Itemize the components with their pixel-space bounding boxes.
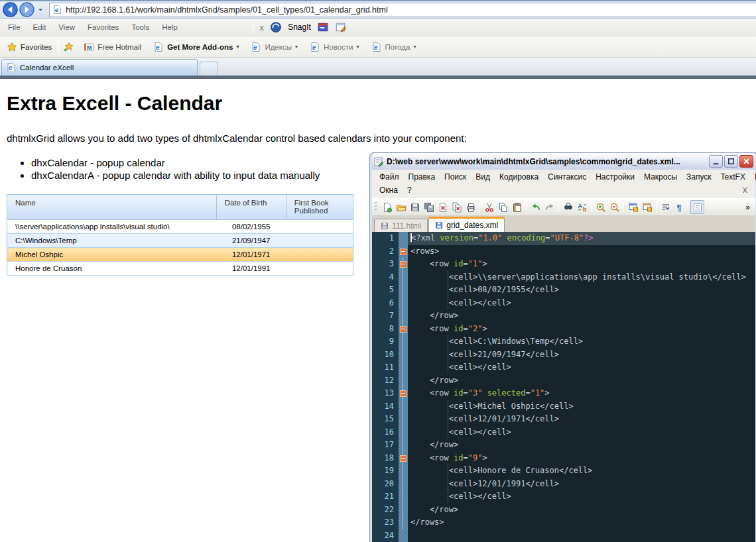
code-line-text[interactable]: </row>: [408, 504, 755, 517]
npp-menu-10[interactable]: TextFX: [716, 171, 750, 183]
close-file-button[interactable]: [436, 200, 450, 214]
code-editor[interactable]: 1<?xml version="1.0" encoding="UTF-8"?>2…: [372, 232, 755, 542]
zoom-out-button[interactable]: [607, 200, 621, 214]
snagit-profiles-icon[interactable]: [317, 21, 329, 33]
new-file-button[interactable]: [380, 200, 394, 214]
show-symbols-button[interactable]: ¶: [672, 200, 686, 214]
code-line-text[interactable]: </row>: [408, 309, 755, 323]
tab-calendar-excell[interactable]: e Calendar eXcell: [1, 59, 198, 76]
code-line-text[interactable]: </rows>: [408, 516, 755, 529]
code-line-text[interactable]: <cell>12/01/1991</cell>: [408, 478, 755, 491]
favorites-link-2[interactable]: eGet More Add-ons▾: [147, 42, 245, 52]
code-line-text[interactable]: <row id="2">: [408, 323, 755, 336]
code-line-text[interactable]: <cell></cell>: [408, 361, 755, 374]
code-line-text[interactable]: <cell>Michel Oshpic</cell>: [408, 400, 755, 413]
word-wrap-button[interactable]: [659, 200, 672, 214]
code-line-text[interactable]: </row>: [408, 374, 755, 388]
favorites-link-4[interactable]: eНовости▾: [304, 42, 365, 52]
npp-menu-11[interactable]: Плагины: [750, 171, 756, 183]
code-line-text[interactable]: <row id="3" selected="1">: [408, 387, 755, 400]
code-line-text[interactable]: <cell></cell>: [408, 297, 755, 310]
snagit-button-label[interactable]: SnagIt: [288, 23, 311, 32]
grid-column-header[interactable]: Date of Birth: [216, 195, 286, 220]
new-tab-button[interactable]: [200, 62, 218, 76]
npp-menu-2[interactable]: Правка: [404, 171, 440, 183]
notepad-title-bar[interactable]: D:\web server\www\work\main\dhtmlxGrid\s…: [372, 153, 755, 170]
fold-collapse-icon[interactable]: [400, 248, 407, 255]
zoom-in-button[interactable]: [594, 200, 607, 214]
snagit-editor-icon[interactable]: [335, 21, 347, 33]
sync-v-button[interactable]: [626, 200, 640, 214]
save-all-button[interactable]: [422, 200, 436, 214]
menu-file[interactable]: File: [4, 23, 29, 31]
editor-tab-grid_dates-xml[interactable]: grid_dates.xml: [428, 217, 505, 232]
code-line-text[interactable]: <row id="9">: [408, 452, 755, 465]
address-bar[interactable]: e http://192.168.1.61/work/main/dhtmlxGr…: [49, 3, 756, 17]
table-row[interactable]: C:\Windows\Temp21/09/1947: [7, 234, 353, 248]
menu-view[interactable]: View: [54, 23, 84, 31]
save-button[interactable]: [408, 200, 422, 214]
close-all-button[interactable]: [450, 200, 464, 214]
npp-menu-4[interactable]: Вид: [471, 171, 495, 183]
code-line-text[interactable]: <cell>C:\Windows\Temp</cell>: [408, 335, 755, 349]
open-folder-button[interactable]: [394, 200, 408, 214]
npp-menu-8[interactable]: Макросы: [639, 171, 682, 183]
table-row[interactable]: Michel Oshpic12/01/1971: [7, 248, 353, 262]
recent-pages-dropdown[interactable]: [36, 6, 45, 14]
print-button[interactable]: [464, 200, 477, 214]
find-button[interactable]: [561, 200, 575, 214]
npp-menu-7[interactable]: Настройки: [591, 171, 639, 183]
code-line-text[interactable]: <cell>Honore de Cruason</cell>: [408, 464, 755, 478]
code-line-text[interactable]: </row>: [408, 439, 755, 452]
sync-h-button[interactable]: [640, 200, 654, 214]
maximize-button[interactable]: [724, 155, 738, 168]
code-line-text[interactable]: <cell>21/09/1947</cell>: [408, 349, 755, 362]
grid-column-header[interactable]: First Book Published: [286, 195, 353, 220]
code-line-text[interactable]: [408, 529, 755, 542]
npp-menu2-1[interactable]: Окна: [375, 184, 403, 196]
document-close-button[interactable]: X: [743, 186, 753, 194]
npp-menu-6[interactable]: Синтаксис: [543, 171, 591, 183]
menu-tools[interactable]: Tools: [127, 23, 158, 31]
npp-menu-9[interactable]: Запуск: [682, 171, 716, 183]
npp-menu-5[interactable]: Кодировка: [495, 171, 543, 183]
code-line-text[interactable]: <rows>: [408, 245, 755, 258]
snagit-icon[interactable]: [270, 21, 282, 33]
menu-favorites[interactable]: Favorites: [84, 23, 127, 31]
toolbar-overflow-button[interactable]: »: [745, 203, 755, 212]
indent-guide-button[interactable]: [690, 200, 704, 214]
code-line-text[interactable]: <cell>12/01/1971</cell>: [408, 413, 755, 426]
favorites-star-icon[interactable]: [7, 42, 17, 52]
favorites-label[interactable]: Favorites: [17, 43, 58, 51]
favorites-link-5[interactable]: eПогода▾: [365, 42, 422, 52]
favorites-link-3[interactable]: eИдексы▾: [245, 42, 304, 52]
back-button[interactable]: [3, 2, 18, 17]
code-line-text[interactable]: <cell></cell>: [408, 426, 755, 439]
npp-menu2-2[interactable]: ?: [403, 184, 416, 196]
minimize-button[interactable]: [709, 155, 723, 168]
copy-button[interactable]: [496, 200, 510, 214]
menu-help[interactable]: Help: [158, 23, 186, 31]
npp-menu-1[interactable]: Файл: [375, 171, 404, 183]
add-favorite-icon[interactable]: [63, 42, 74, 52]
grid-column-header[interactable]: Name: [7, 195, 217, 220]
redo-button[interactable]: [542, 200, 556, 214]
code-line-text[interactable]: <cell>08/02/1955</cell>: [408, 284, 755, 297]
close-toolbar-button[interactable]: x: [259, 23, 264, 32]
code-line-text[interactable]: <cell>\\server\applications\app installs…: [408, 271, 755, 284]
fold-collapse-icon[interactable]: [400, 455, 407, 462]
cut-button[interactable]: [482, 200, 496, 214]
editor-tab-111-html[interactable]: 111.html: [374, 219, 428, 232]
npp-menu-3[interactable]: Поиск: [440, 171, 471, 183]
code-line-text[interactable]: <?xml version="1.0" encoding="UTF-8"?>: [408, 232, 755, 245]
close-button[interactable]: [739, 155, 753, 168]
replace-button[interactable]: Ab: [575, 200, 589, 214]
favorites-link-1[interactable]: MFree Hotmail: [78, 42, 147, 52]
table-row[interactable]: Honore de Cruason12/01/1991: [7, 262, 353, 276]
code-line-text[interactable]: <cell></cell>: [408, 490, 755, 504]
menu-edit[interactable]: Edit: [29, 23, 55, 31]
undo-button[interactable]: [529, 200, 542, 214]
paste-button[interactable]: [510, 200, 524, 214]
forward-button[interactable]: [19, 2, 34, 17]
fold-collapse-icon[interactable]: [400, 390, 407, 397]
